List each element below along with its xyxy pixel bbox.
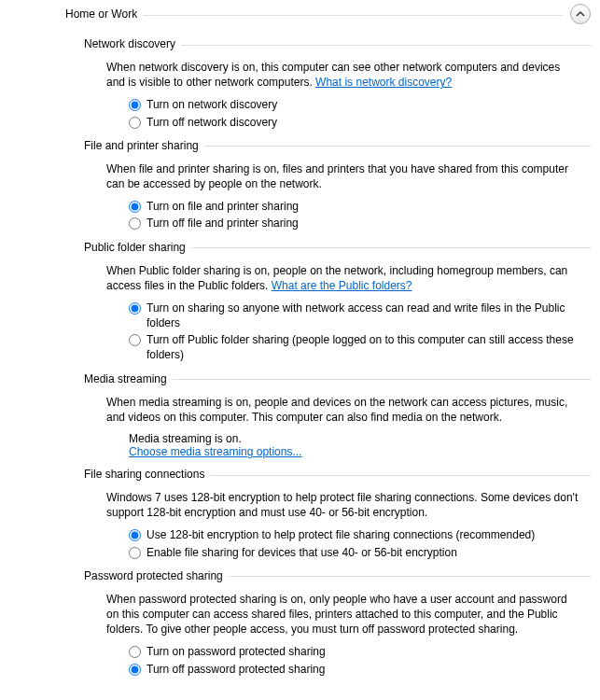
- radio-file-printer-on[interactable]: [129, 201, 141, 213]
- section-public-folder-sharing: Public folder sharing When Public folder…: [84, 241, 591, 363]
- radio-group: Turn on network discovery Turn off netwo…: [129, 97, 581, 129]
- section-header: Network discovery: [84, 37, 591, 50]
- section-title: Password protected sharing: [84, 569, 229, 582]
- section-media-streaming: Media streaming When media streaming is …: [84, 372, 591, 458]
- section-file-printer-sharing: File and printer sharing When file and p…: [84, 139, 591, 231]
- radio-label: Turn on sharing so anyone with network a…: [147, 301, 581, 330]
- section-header: Media streaming: [84, 372, 591, 385]
- radio-group: Turn on password protected sharing Turn …: [129, 644, 581, 676]
- section-description: When media streaming is on, people and d…: [106, 395, 581, 425]
- radio-group: Turn on file and printer sharing Turn of…: [129, 199, 581, 231]
- profile-title: Home or Work: [65, 7, 143, 21]
- media-streaming-status-block: Media streaming is on. Choose media stre…: [129, 432, 581, 458]
- radio-group: Turn on sharing so anyone with network a…: [129, 301, 581, 363]
- section-header: Public folder sharing: [84, 241, 591, 254]
- radio-option[interactable]: Turn off file and printer sharing: [129, 216, 581, 231]
- radio-file-printer-off[interactable]: [129, 217, 141, 230]
- section-title: Media streaming: [84, 372, 173, 385]
- section-file-sharing-connections: File sharing connections Windows 7 uses …: [84, 468, 591, 560]
- radio-option[interactable]: Turn off network discovery: [129, 115, 581, 130]
- radio-128bit-encryption[interactable]: [129, 529, 141, 541]
- section-header: File and printer sharing: [84, 139, 591, 152]
- chevron-up-icon: [576, 9, 585, 19]
- radio-label: Turn off Public folder sharing (people l…: [147, 332, 581, 362]
- section-network-discovery: Network discovery When network discovery…: [84, 37, 591, 130]
- radio-label: Use 128-bit encryption to help protect f…: [147, 527, 581, 542]
- divider: [181, 45, 591, 46]
- radio-label: Turn on password protected sharing: [147, 644, 581, 659]
- radio-public-folder-off[interactable]: [129, 334, 141, 346]
- radio-label: Enable file sharing for devices that use…: [147, 545, 581, 560]
- divider: [191, 247, 591, 248]
- radio-label: Turn off file and printer sharing: [147, 216, 581, 231]
- radio-network-discovery-off[interactable]: [129, 117, 141, 129]
- radio-option[interactable]: Turn on file and printer sharing: [129, 199, 581, 214]
- link-media-streaming-options[interactable]: Choose media streaming options...: [129, 445, 301, 458]
- radio-option[interactable]: Turn off Public folder sharing (people l…: [129, 332, 581, 362]
- section-title: File sharing connections: [84, 468, 210, 481]
- link-what-are-public-folders[interactable]: What are the Public folders?: [272, 279, 412, 292]
- divider: [204, 146, 591, 147]
- link-what-is-network-discovery[interactable]: What is network discovery?: [315, 76, 452, 89]
- section-description: When file and printer sharing is on, fil…: [106, 161, 581, 191]
- radio-option[interactable]: Use 128-bit encryption to help protect f…: [129, 527, 581, 542]
- section-description: When network discovery is on, this compu…: [106, 60, 581, 90]
- radio-option[interactable]: Turn on sharing so anyone with network a…: [129, 301, 581, 330]
- section-description: When password protected sharing is on, o…: [106, 592, 581, 637]
- section-title: Network discovery: [84, 37, 181, 50]
- radio-label: Turn on file and printer sharing: [147, 199, 581, 214]
- section-title: Public folder sharing: [84, 241, 191, 254]
- radio-password-protected-off[interactable]: [129, 664, 141, 676]
- divider: [229, 576, 591, 577]
- radio-option[interactable]: Turn on network discovery: [129, 97, 581, 112]
- divider: [210, 475, 591, 476]
- section-description: Windows 7 uses 128-bit encryption to hel…: [106, 490, 581, 520]
- radio-option[interactable]: Enable file sharing for devices that use…: [129, 545, 581, 560]
- radio-group: Use 128-bit encryption to help protect f…: [129, 527, 581, 559]
- radio-network-discovery-on[interactable]: [129, 99, 141, 111]
- radio-option[interactable]: Turn on password protected sharing: [129, 644, 581, 659]
- section-header: Password protected sharing: [84, 569, 591, 582]
- radio-public-folder-on[interactable]: [129, 302, 141, 315]
- divider: [143, 15, 563, 16]
- media-streaming-status: Media streaming is on.: [129, 432, 581, 445]
- radio-label: Turn on network discovery: [147, 97, 581, 112]
- section-header: File sharing connections: [84, 468, 591, 481]
- section-title: File and printer sharing: [84, 139, 204, 152]
- profile-header: Home or Work: [65, 0, 591, 28]
- radio-40-56bit-encryption[interactable]: [129, 547, 141, 559]
- radio-label: Turn off password protected sharing: [147, 662, 581, 677]
- section-description: When Public folder sharing is on, people…: [106, 263, 581, 293]
- section-password-protected-sharing: Password protected sharing When password…: [84, 569, 591, 677]
- radio-label: Turn off network discovery: [147, 115, 581, 130]
- radio-password-protected-on[interactable]: [129, 646, 141, 658]
- radio-option[interactable]: Turn off password protected sharing: [129, 662, 581, 677]
- collapse-button[interactable]: [570, 4, 591, 24]
- divider: [173, 379, 591, 380]
